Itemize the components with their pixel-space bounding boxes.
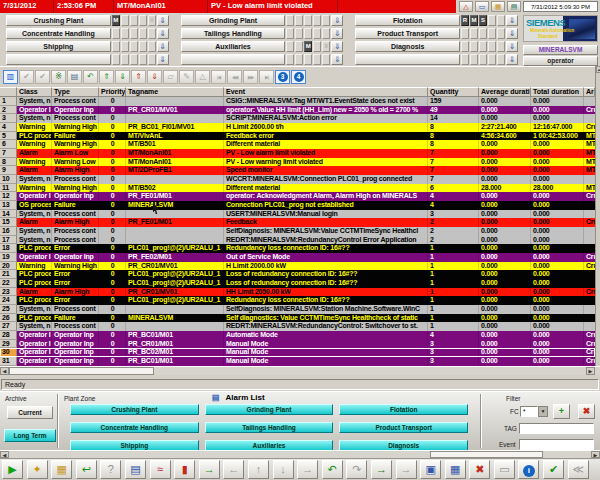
alarm-row[interactable]: 24 PLC proce Error 0 PLC01_prog!@(2)/UR2… xyxy=(0,296,595,305)
first-page-icon[interactable]: |◀ xyxy=(211,70,226,84)
group-status-box[interactable] xyxy=(295,15,303,26)
print-icon[interactable]: ▤ xyxy=(67,70,82,84)
thermometer-icon[interactable]: ▮ xyxy=(174,460,195,479)
archive-long-term-button[interactable]: Long Term xyxy=(4,429,56,442)
group-status-box[interactable] xyxy=(313,41,321,52)
alarm-row[interactable]: 31 Operator I Operator Inp 0 PR_BC01/M01… xyxy=(0,357,595,366)
alarm-row[interactable]: 6 Warning Warning High 0 MT/B501 Differe… xyxy=(0,140,595,149)
group-status-box[interactable] xyxy=(121,41,129,52)
nav-dropdown-arrow-icon[interactable]: ⇓ xyxy=(157,41,169,52)
alarm-row[interactable]: 3 System, n Process cont 0 SCRIPT:MINERA… xyxy=(0,114,595,123)
apply-filter-icon[interactable]: + xyxy=(553,404,570,419)
alarm-row[interactable]: 12 Operator I Operator Inp 0 PR_FE01/M01… xyxy=(0,192,595,201)
group-status-box[interactable]: X xyxy=(148,15,156,26)
group-status-box[interactable] xyxy=(286,41,294,52)
nav-plant-button[interactable]: Shipping xyxy=(6,41,111,52)
alarm-row[interactable]: 18 PLC proce Error 0 PLC01_prog!@(2)/UR2… xyxy=(0,244,595,253)
nav-plant-button[interactable]: Concentrate Handling xyxy=(6,28,111,39)
alarm-row[interactable]: 1 System, n Process cont 0 CSIG::MINERAL… xyxy=(0,97,595,106)
group-status-box[interactable] xyxy=(488,41,496,52)
nav-dropdown-arrow-icon[interactable]: ⇓ xyxy=(331,15,343,26)
alarm-row[interactable]: 26 PLC proce Failure 0 MINERALSVM Self d… xyxy=(0,314,595,323)
alarm-row[interactable]: 22 PLC proce Error 0 PLC01_prog!@(2)/UR2… xyxy=(0,279,595,288)
group-status-box[interactable] xyxy=(313,54,321,65)
picture-select-icon[interactable]: → xyxy=(199,460,220,479)
nav-left-icon[interactable]: ← xyxy=(223,460,244,479)
export-icon[interactable]: ↶ xyxy=(83,70,98,84)
group-status-box[interactable] xyxy=(479,41,487,52)
nav-plant-button[interactable] xyxy=(6,54,111,65)
nav-dropdown-arrow-icon[interactable]: ⇓ xyxy=(506,41,518,52)
alarm-row[interactable]: 7 Alarm Alarm Low 0 MT/MonAnI01 PV - Low… xyxy=(0,149,595,158)
info-picture-icon[interactable]: i xyxy=(518,460,539,479)
alarm-row[interactable]: 23 Alarm Alarm High 0 PR_CR01/MV01 HH Li… xyxy=(0,288,595,297)
group-status-box[interactable] xyxy=(497,15,505,26)
group-status-box[interactable] xyxy=(313,28,321,39)
group-status-box[interactable] xyxy=(139,54,147,65)
alarm-row[interactable]: 20 Warning Warning High 0 PR_CR01/MV01 H… xyxy=(0,262,595,271)
scrollbar-thumb[interactable] xyxy=(9,367,154,375)
group-status-box[interactable] xyxy=(112,41,120,52)
printer-icon[interactable]: ▤ xyxy=(507,1,521,12)
group-status-box[interactable] xyxy=(497,54,505,65)
group-status-box[interactable] xyxy=(322,28,330,39)
group-status-box[interactable] xyxy=(488,54,496,65)
archive-current-button[interactable]: Current xyxy=(7,406,53,419)
scroll-bottom-icon[interactable]: ⇓ xyxy=(147,70,162,84)
redo-picture-icon[interactable]: ↷ xyxy=(346,460,367,479)
group-status-box[interactable]: M xyxy=(112,15,120,26)
acknowledge-all-icon[interactable]: ✔ xyxy=(35,70,50,84)
group-status-box[interactable] xyxy=(322,54,330,65)
column-header[interactable]: Total duration xyxy=(531,87,584,97)
column-header[interactable]: Priority xyxy=(99,87,126,97)
alarm-row[interactable]: 28 Operator I Operator Inp 0 PR_BC01/M01… xyxy=(0,331,595,340)
nav-right-icon[interactable]: → xyxy=(297,460,318,479)
nav-dropdown-arrow-icon[interactable]: ⇓ xyxy=(506,28,518,39)
column-header[interactable]: Average durati xyxy=(479,87,531,97)
first-message-icon[interactable]: ⇑ xyxy=(99,70,114,84)
nav-dropdown-arrow-icon[interactable]: ⇓ xyxy=(157,15,169,26)
group-status-box[interactable] xyxy=(470,41,478,52)
next-page-icon[interactable]: ▶▶ xyxy=(243,70,258,84)
panel-horizontal-scrollbar[interactable]: ◀ ▶ xyxy=(0,450,600,458)
logged-in-user-button[interactable]: operator xyxy=(523,56,598,66)
comment-icon[interactable]: ▱ xyxy=(163,70,178,84)
ack-alarm-icon[interactable]: △ xyxy=(459,1,473,12)
horn-ack-icon[interactable]: ✔ xyxy=(543,460,564,479)
alarm-row[interactable]: 14 System, n Process cont 0 USERT:MINERA… xyxy=(0,210,595,219)
group-status-box[interactable] xyxy=(148,28,156,39)
alarm-row[interactable]: 10 System, n Process cont 0 WCCRT:MINERA… xyxy=(0,175,595,184)
group-status-box[interactable] xyxy=(488,15,496,26)
group-status-box[interactable] xyxy=(130,54,138,65)
alarm-row[interactable]: 25 System, n Process cont 0 SelfDiagnosi… xyxy=(0,305,595,314)
group-status-box[interactable] xyxy=(470,54,478,65)
pz-grinding-plant[interactable]: Grinding Plant xyxy=(205,404,334,415)
group-status-box[interactable] xyxy=(497,41,505,52)
group-status-box[interactable] xyxy=(313,15,321,26)
emergency-ack-3-icon[interactable]: 3 xyxy=(275,70,290,84)
group-status-box[interactable] xyxy=(295,54,303,65)
column-header[interactable]: Quantity xyxy=(428,87,479,97)
group-status-box[interactable] xyxy=(112,28,120,39)
nav-dropdown-arrow-icon[interactable]: ⇓ xyxy=(331,54,343,65)
scroll-top-icon[interactable]: ⇑ xyxy=(131,70,146,84)
group-status-box[interactable] xyxy=(461,54,469,65)
trend-icon[interactable]: ≈ xyxy=(150,460,171,479)
scroll-left-arrow-icon[interactable]: ◀ xyxy=(0,367,9,375)
column-header[interactable]: Tagname xyxy=(126,87,224,97)
nav-plant-button[interactable]: Product Transport xyxy=(355,28,460,39)
nav-plant-button[interactable]: Auxiliaries xyxy=(181,41,286,52)
edit-icon[interactable]: ✎ xyxy=(179,70,194,84)
pz-flotation[interactable]: Flotation xyxy=(339,404,468,415)
group-status-box[interactable] xyxy=(497,28,505,39)
alarm-row[interactable]: 11 Warning Warning High 0 MT/B502 Differ… xyxy=(0,184,595,193)
alarm-row[interactable]: 5 PLC proce Failure 0 MT/VlvAnL Feedback… xyxy=(0,132,595,141)
alarm-list-icon[interactable]: ▥ xyxy=(3,70,18,84)
group-status-box[interactable] xyxy=(488,28,496,39)
group-status-box[interactable]: M xyxy=(304,41,312,52)
pz-product-transport[interactable]: Product Transport xyxy=(339,422,468,433)
alarm-row[interactable]: 4 Warning Warning High 0 PR_BC01_FI01/MV… xyxy=(0,123,595,132)
acknowledge-icon[interactable]: ✔ xyxy=(19,70,34,84)
scrollbar-thumb[interactable] xyxy=(430,451,543,458)
group-status-box[interactable]: S xyxy=(479,15,487,26)
